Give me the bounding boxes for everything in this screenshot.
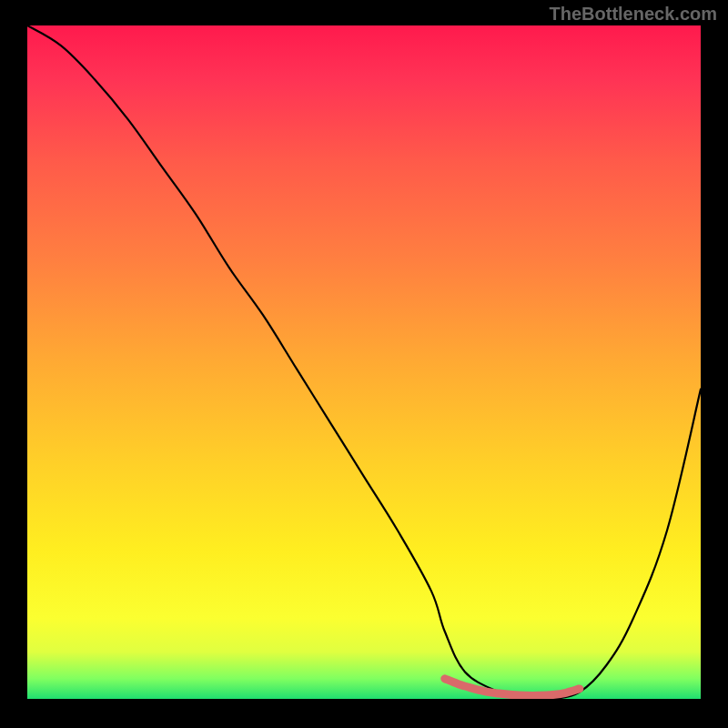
watermark-text: TheBottleneck.com (550, 4, 717, 25)
bottleneck-curve-path (27, 25, 701, 699)
chart-svg (27, 25, 701, 699)
optimal-highlight-path (445, 679, 580, 696)
plot-area (27, 25, 701, 699)
